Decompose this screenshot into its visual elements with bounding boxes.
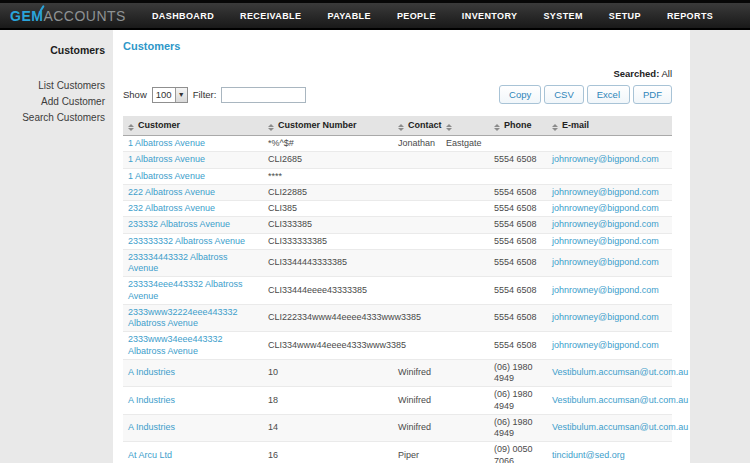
phone-cell: (06) 1980 4949 (489, 359, 547, 387)
customer-name-link[interactable]: 222 Albatross Avenue (123, 184, 263, 200)
column-header-label: Customer Number (278, 120, 357, 130)
contact-cell (393, 249, 441, 277)
customer-name-link[interactable]: A Industries (123, 414, 263, 442)
nav-item[interactable]: RECEIVABLE (240, 11, 301, 21)
email-link[interactable]: johnrowney@bigpond.com (547, 233, 672, 249)
customer-name-link[interactable]: A Industries (123, 359, 263, 387)
email-link[interactable]: Vestibulum.accumsan@ut.com.au (547, 387, 672, 415)
table-body: 1 Albatross Avenue *%^$# Jonathan Eastga… (123, 136, 672, 463)
column-header[interactable]: E-mail (547, 116, 672, 136)
email-link[interactable]: johnrowney@bigpond.com (547, 217, 672, 233)
page-title: Customers (123, 40, 672, 52)
email-link[interactable]: johnrowney@bigpond.com (547, 249, 672, 277)
customer-name-link[interactable]: 2333www34eee443332 Albatross Avenue (123, 332, 263, 360)
customer-number-cell: 18 (263, 387, 393, 415)
customer-number-cell: 14 (263, 414, 393, 442)
customer-name-link[interactable]: 233332 Albatross Avenue (123, 217, 263, 233)
contact-secondary-cell (441, 217, 489, 233)
customer-number-cell: CLI385 (263, 201, 393, 217)
dropdown-arrow-icon: ▼ (175, 88, 187, 102)
contact-cell (393, 168, 441, 184)
email-link[interactable] (547, 168, 672, 184)
email-link[interactable]: johnrowney@bigpond.com (547, 277, 672, 305)
contact-secondary-cell (441, 184, 489, 200)
customer-row: 1 Albatross Avenue *%^$# Jonathan Eastga… (123, 136, 672, 152)
sidebar-heading: Customers (4, 44, 105, 56)
table-header-row: Customer Customer Number Contact Phone E… (123, 116, 672, 136)
contact-secondary-cell (441, 168, 489, 184)
customer-name-link[interactable]: At Arcu Ltd (123, 442, 263, 463)
phone-cell: 5554 6508 (489, 304, 547, 332)
page-length-select[interactable]: 100 ▼ (152, 87, 188, 103)
contact-secondary-cell (441, 359, 489, 387)
phone-cell: (06) 1980 4949 (489, 414, 547, 442)
phone-cell: 5554 6508 (489, 277, 547, 305)
email-link[interactable]: johnrowney@bigpond.com (547, 332, 672, 360)
nav-item[interactable]: SETUP (609, 11, 641, 21)
customer-row: A Industries 18 Winifred (06) 1980 4949 … (123, 387, 672, 415)
customer-row: At Arcu Ltd 16 Piper (09) 0050 7066 tinc… (123, 442, 672, 463)
customer-name-link[interactable]: A Industries (123, 387, 263, 415)
column-header[interactable]: Customer (123, 116, 263, 136)
customer-name-link[interactable]: 233334443332 Albatross Avenue (123, 249, 263, 277)
contact-cell (393, 152, 441, 168)
phone-cell: 5554 6508 (489, 233, 547, 249)
export-button[interactable]: CSV (544, 85, 584, 104)
sidebar-item[interactable]: List Customers (4, 80, 105, 91)
customer-name-link[interactable]: 2333www32224eee443332 Albatross Avenue (123, 304, 263, 332)
email-link[interactable]: johnrowney@bigpond.com (547, 201, 672, 217)
column-header[interactable] (441, 116, 489, 136)
email-link[interactable]: Vestibulum.accumsan@ut.com.au (547, 414, 672, 442)
sidebar-item[interactable]: Add Customer (4, 96, 105, 107)
contact-cell (393, 184, 441, 200)
customer-number-cell: *%^$# (263, 136, 393, 152)
column-header-label: E-mail (562, 120, 589, 130)
export-buttons: Copy CSV Excel PDF (499, 85, 672, 104)
nav-item[interactable]: DASHBOARD (152, 11, 214, 21)
contact-cell (393, 277, 441, 305)
phone-cell: 5554 6508 (489, 184, 547, 200)
email-link[interactable]: Vestibulum.accumsan@ut.com.au (547, 359, 672, 387)
contact-secondary-cell (441, 233, 489, 249)
customer-number-cell: CLI333385 (263, 217, 393, 233)
contact-secondary-cell (441, 442, 489, 463)
export-button[interactable]: Copy (499, 85, 541, 104)
export-button[interactable]: Excel (587, 85, 630, 104)
sort-icon (398, 124, 404, 131)
email-link[interactable]: tincidunt@sed.org (547, 442, 672, 463)
nav-item[interactable]: SYSTEM (543, 11, 582, 21)
nav-item[interactable]: PAYABLE (327, 11, 371, 21)
phone-cell: 5554 6508 (489, 217, 547, 233)
phone-cell: 5554 6508 (489, 152, 547, 168)
email-link[interactable]: johnrowney@bigpond.com (547, 184, 672, 200)
customers-table: Customer Customer Number Contact Phone E… (123, 116, 672, 463)
nav-item[interactable]: REPORTS (667, 11, 713, 21)
sidebar-item[interactable]: Search Customers (4, 112, 105, 123)
sort-icon (268, 124, 274, 131)
filter-label: Filter: (193, 89, 217, 100)
contact-cell (393, 201, 441, 217)
customer-number-cell: 10 (263, 359, 393, 387)
email-link[interactable]: johnrowney@bigpond.com (547, 152, 672, 168)
page-layout: Customers List Customers Add Customer Se… (0, 30, 750, 463)
email-link[interactable] (547, 136, 672, 152)
column-header[interactable]: Customer Number (263, 116, 393, 136)
customer-row: 1 Albatross Avenue CLI2685 5554 6508 joh… (123, 152, 672, 168)
nav-item[interactable]: INVENTORY (462, 11, 518, 21)
customer-name-link[interactable]: 233334eee443332 Albatross Avenue (123, 277, 263, 305)
column-header[interactable]: Contact (393, 116, 441, 136)
customer-name-link[interactable]: 1 Albatross Avenue (123, 152, 263, 168)
customer-row: 233333332 Albatross Avenue CLI333333385 … (123, 233, 672, 249)
customer-name-link[interactable]: 1 Albatross Avenue (123, 168, 263, 184)
email-link[interactable]: johnrowney@bigpond.com (547, 304, 672, 332)
customer-name-link[interactable]: 1 Albatross Avenue (123, 136, 263, 152)
export-button[interactable]: PDF (633, 85, 672, 104)
phone-cell (489, 136, 547, 152)
nav-item[interactable]: PEOPLE (397, 11, 436, 21)
customer-number-cell: CLI334www44eeee4333www3385 (263, 332, 393, 360)
customer-name-link[interactable]: 233333332 Albatross Avenue (123, 233, 263, 249)
app-logo: GEM ACCOUNTS (10, 8, 126, 24)
filter-input[interactable] (221, 87, 306, 103)
column-header[interactable]: Phone (489, 116, 547, 136)
customer-name-link[interactable]: 232 Albatross Avenue (123, 201, 263, 217)
